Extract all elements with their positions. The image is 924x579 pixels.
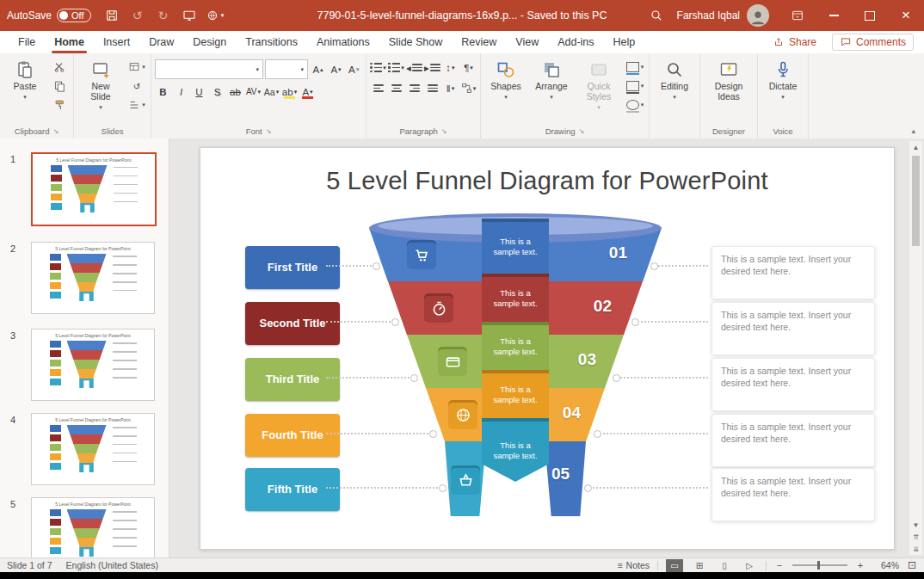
shape-fill-button[interactable]: ▾	[625, 59, 645, 75]
fit-slide-to-window-button[interactable]: ⊡	[907, 559, 917, 571]
scroll-down-button[interactable]: ▼	[909, 519, 922, 531]
clear-formatting-button[interactable]: A×	[346, 61, 362, 77]
paragraph-dialog-launcher[interactable]: ↘	[441, 127, 447, 135]
tab-file[interactable]: File	[9, 31, 45, 53]
slide-title[interactable]: 5 Level Funnel Diagram for PowerPoint	[200, 167, 894, 195]
bullets-button[interactable]: ▾	[370, 59, 386, 76]
tab-transitions[interactable]: Transitions	[236, 31, 307, 53]
autosave-toggle[interactable]: AutoSave Off	[7, 9, 91, 22]
autosave-switch[interactable]: Off	[57, 9, 90, 22]
desc-box-4[interactable]: This is a sample text. Insert your desir…	[711, 414, 875, 467]
level-tag-2[interactable]: Second Title	[245, 302, 340, 345]
slide-thumbnail-5[interactable]: 5 Level Funnel Diagram for PowerPoint	[31, 497, 155, 557]
tab-slide-show[interactable]: Slide Show	[379, 31, 453, 53]
scroll-up-button[interactable]: ▲	[909, 141, 922, 153]
justify-button[interactable]	[424, 80, 440, 96]
section-button[interactable]: ▾	[126, 97, 147, 113]
present-to-display-button[interactable]	[177, 0, 201, 31]
desc-box-5[interactable]: This is a sample text. Insert your desir…	[711, 468, 875, 521]
decrease-indent-button[interactable]: ◂	[406, 59, 422, 76]
shape-effects-button[interactable]: ▾	[625, 97, 645, 113]
search-button[interactable]	[644, 0, 668, 31]
redo-button[interactable]: ↻	[151, 0, 176, 31]
pillar-segment-1[interactable]: This is a sample text.	[482, 219, 549, 274]
normal-view-button[interactable]: ▭	[666, 559, 683, 572]
text-shadow-button[interactable]: S	[209, 83, 225, 100]
pillar-segment-2[interactable]: This is a sample text.	[482, 274, 549, 322]
align-left-button[interactable]	[370, 80, 386, 96]
zoom-in-button[interactable]: +	[855, 560, 865, 570]
vertical-scrollbar[interactable]: ▲ ▼ ⇈ ⇊	[909, 141, 922, 555]
tab-help[interactable]: Help	[604, 31, 645, 53]
language-indicator[interactable]: English (United States)	[66, 560, 158, 570]
copy-button[interactable]	[49, 78, 70, 94]
font-dialog-launcher[interactable]: ↘	[266, 127, 272, 135]
italic-button[interactable]: I	[173, 83, 189, 100]
ribbon-display-options-button[interactable]	[779, 0, 816, 31]
slide-counter[interactable]: Slide 1 of 7	[7, 560, 52, 570]
design-ideas-button[interactable]: Design Ideas	[704, 57, 754, 105]
zoom-slider[interactable]	[792, 564, 847, 566]
notes-button[interactable]: ≡ Notes	[617, 560, 650, 570]
undo-button[interactable]: ↺	[126, 0, 150, 31]
tab-draw[interactable]: Draw	[139, 31, 183, 53]
scrollbar-thumb[interactable]	[912, 156, 920, 246]
strikethrough-button[interactable]: ab	[227, 83, 243, 100]
level-tag-1[interactable]: First Title	[245, 246, 340, 289]
collapse-ribbon-button[interactable]: ▴	[911, 126, 915, 135]
save-button[interactable]	[100, 0, 124, 31]
font-name-combobox[interactable]: ▾	[155, 59, 263, 79]
tab-review[interactable]: Review	[452, 31, 506, 53]
minimize-button[interactable]	[816, 0, 852, 31]
change-case-button[interactable]: Aa▾	[263, 83, 280, 100]
level-tag-4[interactable]: Fourth Title	[245, 414, 340, 457]
slide[interactable]: 5 Level Funnel Diagram for PowerPoint Fi…	[200, 147, 895, 550]
shape-outline-button[interactable]: ▾	[625, 78, 645, 94]
reading-view-button[interactable]: ▯	[716, 559, 733, 572]
line-spacing-button[interactable]: ↕▾	[442, 59, 459, 76]
tab-add-ins[interactable]: Add-ins	[548, 31, 603, 53]
drawing-dialog-launcher[interactable]: ↘	[579, 127, 585, 135]
comments-button[interactable]: Comments	[832, 34, 914, 51]
dictate-button[interactable]: Dictate ▾	[761, 57, 804, 103]
level-tag-5[interactable]: Fifth Title	[245, 468, 340, 511]
tab-design[interactable]: Design	[183, 31, 236, 53]
tab-animations[interactable]: Animations	[307, 31, 379, 53]
numbering-button[interactable]: ▾	[388, 59, 404, 76]
reset-button[interactable]: ↺	[126, 78, 147, 94]
new-slide-button[interactable]: New Slide ▾	[77, 57, 124, 113]
pillar-segment-4[interactable]: This is a sample text.	[482, 370, 549, 418]
font-color-button[interactable]: A▾	[299, 83, 316, 100]
paste-button[interactable]: Paste ▾	[3, 57, 46, 103]
increase-font-size-button[interactable]: A▴	[310, 61, 326, 77]
tab-home[interactable]: Home	[45, 31, 94, 53]
clipboard-dialog-launcher[interactable]: ↘	[52, 127, 59, 135]
pillar-segment-3[interactable]: This is a sample text.	[482, 322, 549, 370]
sharing-options-button[interactable]: ▾	[203, 0, 227, 31]
funnel-diagram[interactable]: This is a sample text. This is a sample …	[369, 213, 662, 518]
zoom-slider-thumb[interactable]	[817, 561, 821, 570]
slideshow-button[interactable]: ▷	[741, 559, 758, 572]
align-center-button[interactable]	[388, 80, 404, 96]
user-avatar[interactable]	[747, 4, 769, 27]
previous-slide-button[interactable]: ⇈	[909, 531, 922, 543]
bold-button[interactable]: B	[155, 83, 171, 100]
user-name[interactable]: Farshad Iqbal	[677, 9, 740, 22]
text-direction-button[interactable]: ¶▾	[460, 59, 477, 76]
cut-button[interactable]	[49, 59, 70, 75]
desc-box-3[interactable]: This is a sample text. Insert your desir…	[711, 358, 875, 411]
slide-thumbnail-2[interactable]: 5 Level Funnel Diagram for PowerPoint	[31, 242, 155, 314]
font-size-combobox[interactable]: ▾	[265, 59, 308, 79]
slide-thumbnail-4[interactable]: 5 Level Funnel Diagram for PowerPoint	[31, 413, 155, 485]
underline-button[interactable]: U	[191, 83, 207, 100]
slide-sorter-view-button[interactable]: ⊞	[691, 559, 708, 572]
slide-thumbnail-1[interactable]: 5 Level Funnel Diagram for PowerPoint	[31, 152, 157, 226]
maximize-button[interactable]	[852, 0, 888, 31]
text-highlight-color-button[interactable]: ab▾	[281, 83, 298, 100]
level-tag-3[interactable]: Third Title	[245, 358, 340, 401]
desc-box-1[interactable]: This is a sample text. Insert your desir…	[711, 246, 875, 299]
next-slide-button[interactable]: ⇊	[909, 543, 922, 555]
desc-box-2[interactable]: This is a sample text. Insert your desir…	[711, 302, 875, 355]
columns-button[interactable]: ‖▾	[442, 80, 459, 96]
decrease-font-size-button[interactable]: A▾	[328, 61, 344, 77]
